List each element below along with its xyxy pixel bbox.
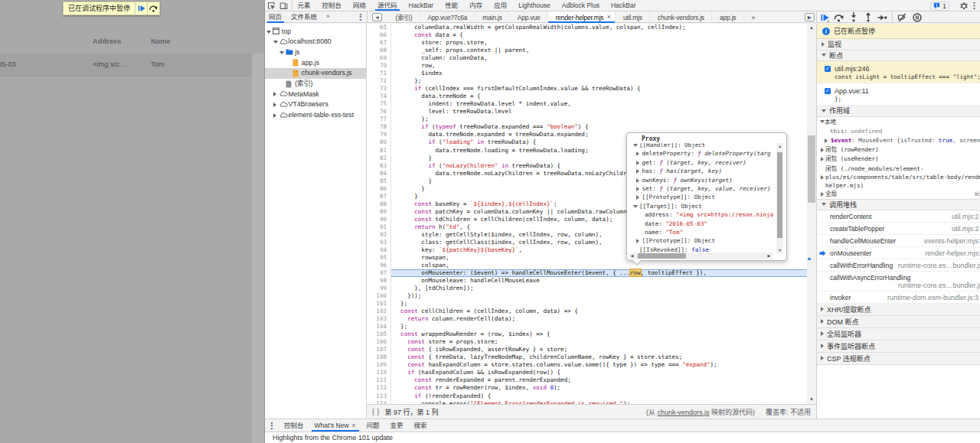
collapsed-arrow-icon[interactable] — [821, 148, 824, 152]
line-number[interactable]: 96 — [367, 262, 387, 269]
line-number[interactable]: 101 — [367, 300, 387, 308]
code-line[interactable]: 110 if (hasExpandColumn && isRowExpanded… — [367, 369, 807, 376]
tree-collapsed-arrow[interactable] — [273, 103, 276, 107]
code-line[interactable]: 68 _self: props.context || parent, — [367, 47, 807, 54]
line-number[interactable]: 86 — [367, 185, 387, 193]
page-scrollbar[interactable] — [252, 54, 264, 443]
execution-line[interactable]: 97 onMouseenter: ($event) => handleCellM… — [367, 269, 807, 277]
code-line[interactable]: 71 $index — [367, 70, 807, 77]
tree-item-localhost:8080[interactable]: localhost:8080 — [265, 37, 366, 47]
collapsed-arrow-icon[interactable] — [636, 151, 639, 156]
scope-row[interactable]: 全局Wi — [817, 190, 980, 200]
code-line[interactable]: 73 if (cellIndex === firstDefaultColumnI… — [367, 85, 807, 93]
line-number[interactable]: 104 — [367, 323, 387, 331]
collapsed-arrow-icon[interactable] — [636, 178, 639, 183]
expanded-arrow-icon[interactable] — [822, 54, 826, 57]
tree-expanded-arrow[interactable] — [273, 41, 278, 44]
line-number[interactable]: 95 — [367, 254, 387, 262]
tree-item-chunk-vendors.js[interactable]: chunk-vendors.js — [265, 68, 366, 79]
tree-collapsed-arrow[interactable] — [273, 113, 276, 118]
breakpoint-checkbox[interactable]: ✓ — [825, 88, 831, 94]
close-tab-icon[interactable]: × — [606, 14, 610, 21]
navigator-tab-filesystem[interactable]: 文件系统 — [286, 11, 322, 23]
editor-tab-App.vue[interactable]: App.vue — [510, 11, 548, 23]
code-line[interactable]: 72 }; — [367, 77, 807, 85]
panel-tab-memory[interactable]: 内存 — [464, 0, 488, 11]
panel-tab-lighthouse[interactable]: Lighthouse — [513, 0, 557, 11]
line-number[interactable]: 85 — [367, 178, 387, 185]
scope-row[interactable]: 本地 — [817, 117, 980, 127]
code-line[interactable]: 113 if (!renderExpanded) { — [367, 393, 807, 400]
panel-tab-console[interactable]: 控制台 — [316, 0, 348, 11]
line-number[interactable]: 89 — [367, 208, 387, 216]
editor-tab-index[interactable]: (索引) — [388, 11, 420, 23]
line-number[interactable]: 92 — [367, 231, 387, 239]
tree-item-(索引)[interactable]: (索引) — [265, 79, 366, 90]
section-xhr-breakpoints[interactable]: XHR/提取断点 — [817, 304, 980, 316]
code-line[interactable]: 108 const { treeData, lazyTreeNodeMap, c… — [367, 353, 807, 361]
code-line[interactable]: 74 data.treeNode = { — [367, 93, 807, 100]
line-number[interactable]: 98 — [367, 277, 387, 285]
line-number[interactable]: 84 — [367, 170, 387, 178]
code-line[interactable]: 75 indent: treeRowData.level * indent.va… — [367, 100, 807, 108]
resume-script-button[interactable] — [135, 2, 147, 15]
line-number[interactable]: 80 — [367, 138, 387, 146]
code-line[interactable]: 98 onMouseleave: handleCellMouseLeave — [367, 277, 807, 285]
collapsed-arrow-icon[interactable] — [825, 138, 828, 143]
scrollbar-thumb[interactable] — [808, 135, 815, 203]
code-line[interactable]: 102 const cellChildren = (cellIndex, col… — [367, 308, 807, 315]
line-number[interactable]: 99 — [367, 285, 387, 292]
pretty-print-icon[interactable]: { } — [367, 408, 384, 415]
line-number[interactable]: 74 — [367, 93, 387, 100]
expanded-arrow-icon[interactable] — [822, 109, 826, 112]
table-row[interactable]: 05-03 <img src… Tom — [0, 54, 252, 77]
line-number[interactable]: 106 — [367, 338, 387, 346]
step-over-button[interactable] — [147, 2, 159, 15]
collapsed-arrow-icon[interactable] — [636, 195, 639, 200]
breakpoint-util.mjs:246[interactable]: ✓util.mjs:246const isLight = tooltipEffe… — [817, 61, 980, 83]
collapsed-arrow-icon[interactable] — [821, 356, 824, 360]
popup-scroll-down-arrow[interactable]: ▼ — [776, 247, 783, 254]
line-number[interactable]: 66 — [367, 31, 387, 39]
collapsed-arrow-icon[interactable] — [821, 157, 824, 161]
drawer-tab-issues[interactable]: 问题 — [361, 419, 385, 432]
code-line[interactable]: 99 }, [tdChildren]); — [367, 285, 807, 292]
hide-sidebar-icon[interactable]: ▶ — [805, 13, 815, 21]
navigator-more-menu-icon[interactable]: ••• — [358, 13, 364, 21]
expanded-arrow-icon[interactable] — [822, 203, 826, 206]
editor-tab-chunk-vendors.js[interactable]: chunk-vendors.js — [650, 11, 712, 23]
line-number[interactable]: 77 — [367, 116, 387, 123]
line-number[interactable]: 105 — [367, 331, 387, 338]
popup-vscroll-thumb[interactable] — [777, 152, 782, 238]
line-number[interactable]: 97 — [367, 269, 387, 277]
collapsed-arrow-icon[interactable] — [821, 331, 824, 336]
code-line[interactable]: 104 }; — [367, 323, 807, 331]
panel-tab-application[interactable]: 应用 — [488, 0, 513, 11]
call-frame-handleCellMouseEnter[interactable]: handleCellMouseEnterevents-helper.mjs: — [817, 235, 980, 247]
hide-navigator-icon[interactable]: ◄ — [372, 13, 382, 21]
code-line[interactable]: 105 const wrappedRowRender = (row, $inde… — [367, 331, 807, 338]
panel-tab-adblock-plus[interactable]: Adblock Plus — [556, 0, 605, 11]
close-drawer-tab-icon[interactable]: × — [352, 420, 356, 432]
code-line[interactable]: 76 level: treeRowData.level — [367, 108, 807, 116]
collapsed-arrow-icon[interactable] — [636, 169, 639, 174]
code-line[interactable]: 100 })); — [367, 292, 807, 300]
line-number[interactable]: 103 — [367, 315, 387, 323]
line-number[interactable]: 72 — [367, 77, 387, 85]
step-into-button[interactable] — [846, 12, 861, 23]
popup-scroll-right-arrow[interactable]: ▶ — [766, 252, 773, 259]
tree-item-js[interactable]: js — [265, 47, 366, 58]
editor-scrollbar[interactable]: ▲ ▼ — [807, 24, 816, 404]
collapsed-arrow-icon[interactable] — [822, 42, 825, 47]
code-line[interactable]: 106 const store = props.store; — [367, 338, 807, 346]
deactivate-breakpoints-button[interactable] — [895, 12, 910, 23]
panel-tab-elements[interactable]: 元素 — [292, 0, 316, 11]
collapsed-arrow-icon[interactable] — [821, 319, 824, 324]
code-line[interactable]: 96 colspan, — [367, 262, 807, 269]
code-line[interactable]: 78 if (typeof treeRowData.expanded === "… — [367, 123, 807, 131]
more-options-menu-icon[interactable] — [970, 1, 978, 11]
line-number[interactable]: 112 — [367, 384, 387, 392]
popup-scroll-up-arrow[interactable]: ▲ — [776, 143, 783, 150]
section-breakpoints[interactable]: 断点 — [817, 50, 980, 62]
step-button[interactable] — [875, 12, 890, 23]
